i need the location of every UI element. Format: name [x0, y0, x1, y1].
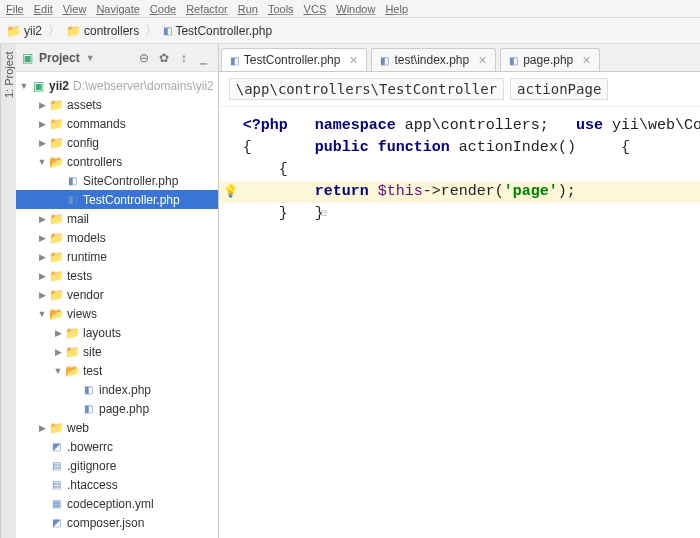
expand-icon[interactable]: ▼ [52, 366, 64, 376]
menu-item[interactable]: Refactor [186, 3, 228, 15]
folder-icon: 📁 [48, 98, 64, 112]
close-icon[interactable]: ✕ [349, 54, 358, 67]
tree-row[interactable]: ▤.htaccess [16, 475, 218, 494]
menu-item[interactable]: Tools [268, 3, 294, 15]
tree-root[interactable]: ▼ ▣ yii2 D:\webserver\domains\yii2 [16, 76, 218, 95]
expand-icon[interactable]: ▶ [36, 214, 48, 224]
php-file-icon: ◧ [509, 55, 518, 66]
json-file-icon: ◩ [48, 441, 64, 452]
expand-icon[interactable]: ▶ [36, 233, 48, 243]
tree-label: site [83, 345, 102, 359]
tree-row[interactable]: ▼📂test [16, 361, 218, 380]
menu-item[interactable]: Run [238, 3, 258, 15]
tree-row[interactable]: ▼📂views [16, 304, 218, 323]
hide-icon[interactable]: ⎯ [196, 50, 212, 66]
nav-breadcrumb[interactable]: 📁yii2 〉 📁controllers 〉 ◧TestController.p… [0, 18, 700, 44]
project-sidebar: ▣ Project ▼ ⊖ ✿ ↕ ⎯ ▼ ▣ yii2 D:\webserve… [16, 44, 219, 538]
tree-row[interactable]: ◧TestController.php [16, 190, 218, 209]
code-breadcrumb[interactable]: \app\controllers\TestController actionPa… [219, 72, 700, 107]
php-file-icon: ◧ [80, 403, 96, 414]
folder-icon: 📁 [48, 421, 64, 435]
tree-row[interactable]: ▶📁web [16, 418, 218, 437]
tree-row[interactable]: ▶📁mail [16, 209, 218, 228]
folder-icon: 📁 [6, 24, 21, 38]
scroll-to-source-icon[interactable]: ↕ [176, 50, 192, 66]
folder-icon: 📁 [66, 24, 81, 38]
tree-row[interactable]: ▶📁commands [16, 114, 218, 133]
tree-row[interactable]: ▶📁layouts [16, 323, 218, 342]
menu-item[interactable]: Window [336, 3, 375, 15]
tree-row[interactable]: ◧index.php [16, 380, 218, 399]
tree-label: .bowerrc [67, 440, 113, 454]
collapse-all-icon[interactable]: ⊖ [136, 50, 152, 66]
code-editor[interactable]: <?php namespace app\controllers; use yii… [219, 107, 700, 233]
expand-icon[interactable]: ▼ [36, 309, 48, 319]
folder-icon: 📁 [48, 212, 64, 226]
menu-item[interactable]: Code [150, 3, 176, 15]
menu-item[interactable]: Navigate [96, 3, 139, 15]
intention-bulb-icon[interactable]: 💡 [223, 181, 238, 203]
tree-row[interactable]: ▶📁runtime [16, 247, 218, 266]
main-menu[interactable]: FileEditViewNavigateCodeRefactorRunTools… [0, 0, 700, 18]
chevron-right-icon: 〉 [48, 22, 60, 39]
expand-icon[interactable]: ▼ [36, 157, 48, 167]
tree-label: commands [67, 117, 126, 131]
expand-icon[interactable]: ▼ [18, 81, 30, 91]
expand-icon[interactable]: ▶ [36, 119, 48, 129]
tree-row[interactable]: ▶📁vendor [16, 285, 218, 304]
text-file-icon: ▤ [48, 460, 64, 471]
editor-tabs[interactable]: ◧TestController.php✕◧test\index.php✕◧pag… [219, 44, 700, 72]
close-icon[interactable]: ✕ [582, 54, 591, 67]
tree-row[interactable]: ◩.bowerrc [16, 437, 218, 456]
editor-tab[interactable]: ◧TestController.php✕ [221, 48, 368, 71]
fold-icon[interactable]: ⊟ [321, 203, 327, 225]
menu-item[interactable]: View [63, 3, 87, 15]
expand-icon[interactable]: ▶ [52, 347, 64, 357]
path-segment[interactable]: \app\controllers\TestController [229, 78, 504, 100]
tree-label: vendor [67, 288, 104, 302]
tree-row[interactable]: ◧SiteController.php [16, 171, 218, 190]
folder-icon: 📁 [64, 345, 80, 359]
folder-open-icon: 📂 [64, 364, 80, 378]
tree-label: .gitignore [67, 459, 116, 473]
tree-row[interactable]: ▶📁tests [16, 266, 218, 285]
editor-tab[interactable]: ◧test\index.php✕ [371, 48, 496, 71]
menu-item[interactable]: VCS [304, 3, 327, 15]
tree-row[interactable]: ◧page.php [16, 399, 218, 418]
crumb: ◧TestController.php [163, 24, 272, 38]
text-file-icon: ▤ [48, 479, 64, 490]
tree-row[interactable]: ▶📁assets [16, 95, 218, 114]
close-icon[interactable]: ✕ [478, 54, 487, 67]
project-tool-tab[interactable]: 1: Project [0, 44, 16, 538]
expand-icon[interactable]: ▶ [36, 138, 48, 148]
expand-icon[interactable]: ▶ [36, 271, 48, 281]
expand-icon[interactable]: ▶ [36, 423, 48, 433]
tree-row[interactable]: ▶📁config [16, 133, 218, 152]
tree-row[interactable]: ◩composer.json [16, 513, 218, 532]
menu-item[interactable]: Help [385, 3, 408, 15]
project-tree[interactable]: ▼ ▣ yii2 D:\webserver\domains\yii2 ▶📁ass… [16, 72, 218, 538]
folder-icon: 📁 [48, 250, 64, 264]
tree-row[interactable]: ▤.gitignore [16, 456, 218, 475]
tree-row[interactable]: ▼📂controllers [16, 152, 218, 171]
tree-label: TestController.php [83, 193, 180, 207]
tree-row[interactable]: ▶📁site [16, 342, 218, 361]
settings-icon[interactable]: ✿ [156, 50, 172, 66]
tree-label: codeception.yml [67, 497, 154, 511]
php-file-icon: ◧ [64, 175, 80, 186]
menu-item[interactable]: Edit [34, 3, 53, 15]
dropdown-icon[interactable]: ▼ [86, 53, 95, 63]
tree-label: mail [67, 212, 89, 226]
expand-icon[interactable]: ▶ [52, 328, 64, 338]
path-segment[interactable]: actionPage [510, 78, 608, 100]
tree-row[interactable]: ▦codeception.yml [16, 494, 218, 513]
tree-label: config [67, 136, 99, 150]
tree-row[interactable]: ▶📁models [16, 228, 218, 247]
php-file-icon: ◧ [380, 55, 389, 66]
expand-icon[interactable]: ▶ [36, 252, 48, 262]
editor-tab[interactable]: ◧page.php✕ [500, 48, 600, 71]
folder-icon: 📁 [48, 136, 64, 150]
expand-icon[interactable]: ▶ [36, 290, 48, 300]
expand-icon[interactable]: ▶ [36, 100, 48, 110]
menu-item[interactable]: File [6, 3, 24, 15]
